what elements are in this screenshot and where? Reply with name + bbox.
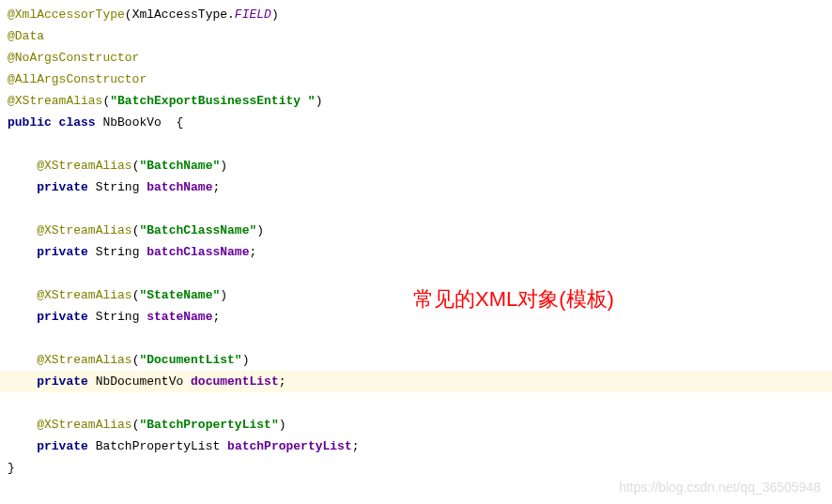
code-line[interactable]: @Data <box>8 25 832 47</box>
code-line[interactable]: public class NbBookVo { <box>8 112 832 133</box>
code-line[interactable] <box>8 263 832 284</box>
code-line[interactable]: @XStreamAlias("BatchClassName") <box>8 220 832 241</box>
code-token-punct: ) <box>279 418 286 432</box>
code-token-field: batchClassName <box>146 245 249 259</box>
code-line[interactable]: @XmlAccessorType(XmlAccessType.FIELD) <box>8 4 832 25</box>
code-token-field: batchPropertyList <box>227 439 352 453</box>
code-token-field: stateName <box>146 310 212 324</box>
code-editor[interactable]: @XmlAccessorType(XmlAccessType.FIELD)@Da… <box>0 0 832 479</box>
code-token-keyword: private <box>37 310 95 324</box>
code-token-string: "BatchClassName" <box>139 223 256 237</box>
code-token-punct: ) <box>242 353 250 367</box>
code-token-annotation: @XStreamAlias <box>8 94 102 108</box>
code-line[interactable] <box>8 198 832 220</box>
code-line[interactable] <box>8 328 832 349</box>
code-token-type: NbDocumentVo <box>96 374 191 389</box>
code-token-punct: ; <box>279 374 286 389</box>
code-token-string: "BatchExportBusinessEntity " <box>110 94 315 108</box>
code-line[interactable]: @XStreamAlias("BatchName") <box>8 155 832 176</box>
code-line[interactable]: private NbDocumentVo documentList; <box>0 371 832 392</box>
code-line[interactable]: private BatchPropertyList batchPropertyL… <box>8 435 832 457</box>
code-token-keyword: private <box>37 439 95 453</box>
code-token-type: BatchPropertyList <box>96 439 227 453</box>
code-token-annotation: @XStreamAlias <box>37 418 131 432</box>
code-line[interactable]: @XStreamAlias("DocumentList") <box>8 349 832 371</box>
code-token-punct: ; <box>249 245 256 259</box>
code-token-keyword: private <box>37 245 95 259</box>
code-line[interactable]: @XStreamAlias("BatchExportBusinessEntity… <box>8 90 832 112</box>
code-token-type: String <box>96 245 147 259</box>
code-token-punct: ; <box>212 180 220 194</box>
code-token-punct: ) <box>256 223 264 237</box>
code-line[interactable]: private String batchName; <box>8 176 832 198</box>
code-token-string: "BatchPropertyList" <box>139 418 278 432</box>
code-token-punct: ) <box>271 8 279 22</box>
code-line[interactable]: @AllArgsConstructor <box>8 69 832 90</box>
code-token-keyword: private <box>37 180 95 194</box>
code-token-punct: ) <box>220 288 227 302</box>
code-token-field: batchName <box>146 180 212 194</box>
code-token-annotation: @XStreamAlias <box>37 223 131 237</box>
code-token-annotation: @AllArgsConstructor <box>8 72 146 86</box>
code-line[interactable]: } <box>8 457 832 479</box>
code-token-type: String <box>96 180 147 194</box>
code-line[interactable] <box>8 392 832 414</box>
code-token-annotation: @XmlAccessorType <box>8 8 125 22</box>
code-token-annotation: @NoArgsConstructor <box>8 51 139 65</box>
code-token-string: "DocumentList" <box>139 353 241 367</box>
code-token-keyword: private <box>37 374 95 389</box>
code-token-punct: (XmlAccessType. <box>125 8 235 22</box>
code-token-string: "BatchName" <box>139 159 220 173</box>
code-token-punct: ) <box>316 94 323 108</box>
code-token-punct: } <box>8 461 15 475</box>
code-token-type: String <box>96 310 147 324</box>
code-line[interactable]: @NoArgsConstructor <box>8 47 832 69</box>
code-token-annotation: @Data <box>8 29 44 43</box>
code-token-field: documentList <box>191 374 279 389</box>
watermark-text: https://blog.csdn.net/qq_36505948 <box>619 480 821 495</box>
overlay-annotation: 常见的XML对象(模板) <box>413 285 614 313</box>
code-token-type: NbBookVo { <box>102 115 183 130</box>
code-token-punct: ; <box>212 310 220 324</box>
code-token-string: "StateName" <box>139 288 220 302</box>
code-token-punct: ) <box>220 159 227 173</box>
code-token-italic-const: FIELD <box>235 8 271 22</box>
code-token-keyword: public class <box>8 115 102 130</box>
code-token-annotation: @XStreamAlias <box>37 159 131 173</box>
code-token-annotation: @XStreamAlias <box>37 353 131 367</box>
code-line[interactable]: @XStreamAlias("BatchPropertyList") <box>8 414 832 435</box>
code-token-punct: ; <box>352 439 360 453</box>
code-token-annotation: @XStreamAlias <box>37 288 131 302</box>
code-line[interactable] <box>8 133 832 155</box>
code-line[interactable]: private String batchClassName; <box>8 241 832 263</box>
